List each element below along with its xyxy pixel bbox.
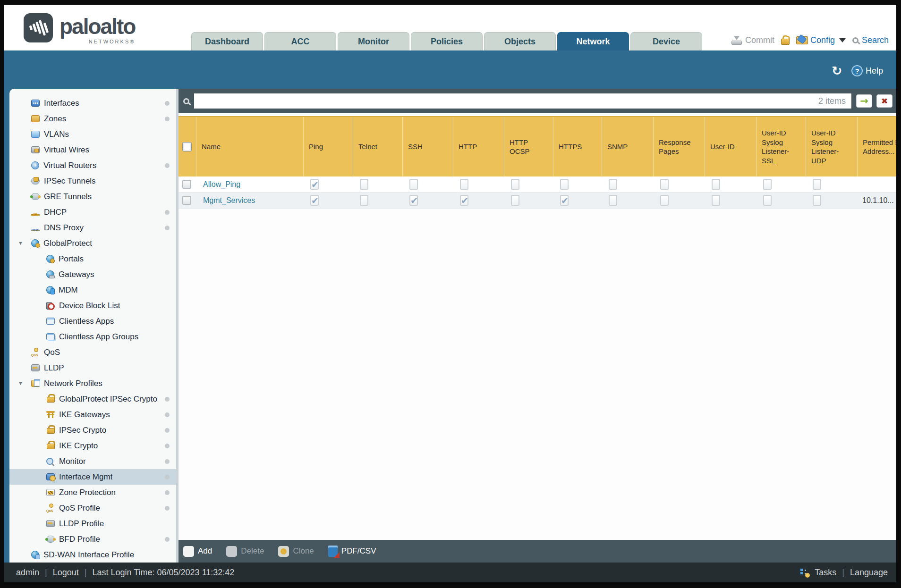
sidebar-item-globalprotect[interactable]: ▼GlobalProtect xyxy=(9,235,176,251)
http_ocsp-checkbox[interactable] xyxy=(511,179,519,190)
column-label: User-ID xyxy=(710,142,735,151)
user_id_syslog_ssl-checkbox[interactable] xyxy=(763,195,772,206)
column-header-permitted_ip[interactable]: Permitted IP Address... xyxy=(858,117,896,176)
sidebar-item-portals[interactable]: Portals xyxy=(9,251,176,267)
column-header-user_id[interactable]: User-ID xyxy=(705,117,756,176)
tab-network[interactable]: Network xyxy=(557,32,629,50)
sidebar-item-mdm[interactable]: MDM xyxy=(9,282,176,298)
user_id_syslog_udp-checkbox[interactable] xyxy=(813,179,821,190)
telnet-checkbox[interactable] xyxy=(360,179,368,190)
pdf-csv-button[interactable]: PDF/CSV xyxy=(328,546,376,557)
row-select-checkbox[interactable] xyxy=(182,196,191,205)
status-dot xyxy=(165,210,170,215)
sidebar-item-virtual-wires[interactable]: Virtual Wires xyxy=(9,142,176,158)
http_ocsp-checkbox[interactable] xyxy=(511,195,519,206)
sidebar-item-interfaces[interactable]: Interfaces xyxy=(9,95,176,111)
sidebar-item-qos[interactable]: QoS xyxy=(9,344,176,360)
ssh-checkbox[interactable] xyxy=(409,195,418,206)
sidebar-item-dhcp[interactable]: DHCP xyxy=(9,204,176,220)
clear-filter-button[interactable]: ✖ xyxy=(876,94,892,108)
sidebar-item-clientless-app-groups[interactable]: Clientless App Groups xyxy=(9,329,176,344)
http-checkbox[interactable] xyxy=(460,179,468,190)
logout-link[interactable]: Logout xyxy=(53,568,79,578)
user_id_syslog_udp-checkbox[interactable] xyxy=(813,195,821,206)
column-header-user_id_syslog_udp[interactable]: User-ID Syslog Listener-UDP xyxy=(806,117,858,176)
user_id-checkbox[interactable] xyxy=(712,179,720,190)
refresh-icon[interactable]: ↻ xyxy=(832,65,842,77)
ping-checkbox[interactable] xyxy=(310,195,319,206)
add-button[interactable]: Add xyxy=(183,546,212,557)
tab-dashboard[interactable]: Dashboard xyxy=(191,32,263,50)
sidebar-item-sd-wan-interface-profile[interactable]: SD-WAN Interface Profile xyxy=(9,547,176,563)
sidebar-item-network-profiles[interactable]: ▼Network Profiles xyxy=(9,376,176,391)
snmp-checkbox[interactable] xyxy=(609,195,617,206)
sidebar-item-lldp-profile[interactable]: LLDP Profile xyxy=(9,516,176,531)
apply-filter-button[interactable]: → xyxy=(856,94,872,108)
profile-name-link[interactable]: Mgmt_Services xyxy=(203,196,255,205)
tab-objects[interactable]: Objects xyxy=(484,32,556,50)
sidebar-item-zones[interactable]: Zones xyxy=(9,111,176,126)
expander-icon[interactable]: ▼ xyxy=(18,241,23,246)
expander-icon[interactable]: ▼ xyxy=(18,381,23,386)
row-select-checkbox[interactable] xyxy=(182,180,191,189)
column-header-user_id_syslog_ssl[interactable]: User-ID Syslog Listener-SSL xyxy=(756,117,806,176)
sidebar-item-globalprotect-ipsec-crypto[interactable]: GlobalProtect IPSec Crypto xyxy=(9,391,176,407)
tasks-button[interactable]: Tasks xyxy=(815,568,836,578)
sidebar-item-label: Virtual Wires xyxy=(44,145,89,155)
tab-policies[interactable]: Policies xyxy=(411,32,483,50)
filter-input[interactable] xyxy=(194,93,818,109)
user_id-checkbox[interactable] xyxy=(712,195,720,206)
tab-device[interactable]: Device xyxy=(630,32,702,50)
search-button[interactable]: Search xyxy=(852,35,889,45)
response_pages-checkbox[interactable] xyxy=(660,179,669,190)
sidebar-item-ipsec-tunnels[interactable]: IPSec Tunnels xyxy=(9,173,176,189)
nav-tabs: DashboardACCMonitorPoliciesObjectsNetwor… xyxy=(191,32,702,50)
column-header-http_ocsp[interactable]: HTTP OCSP xyxy=(504,117,553,176)
sidebar-item-vlans[interactable]: VLANs xyxy=(9,126,176,142)
tab-acc[interactable]: ACC xyxy=(264,32,336,50)
sidebar-item-ike-crypto[interactable]: IKE Crypto xyxy=(9,438,176,454)
telnet-checkbox[interactable] xyxy=(360,195,368,206)
config-menu-button[interactable]: Config xyxy=(796,35,846,45)
profile-name-link[interactable]: Allow_Ping xyxy=(203,180,240,189)
help-button[interactable]: ? Help xyxy=(851,65,883,76)
sidebar-item-qos-profile[interactable]: QoS Profile xyxy=(9,500,176,516)
sidebar-item-bfd-profile[interactable]: BFD Profile xyxy=(9,531,176,547)
sidebar-collapse-handle[interactable]: ◀ xyxy=(176,327,178,346)
column-header-name[interactable]: Name xyxy=(196,117,304,176)
https-checkbox[interactable] xyxy=(560,195,569,206)
select-all-checkbox[interactable] xyxy=(182,142,192,151)
sidebar-item-gre-tunnels[interactable]: GRE Tunnels xyxy=(9,189,176,204)
column-header-http[interactable]: HTTP xyxy=(453,117,504,176)
column-header-response_pages[interactable]: Response Pages xyxy=(654,117,705,176)
https-checkbox[interactable] xyxy=(560,179,569,190)
http-checkbox[interactable] xyxy=(460,195,468,206)
sidebar-item-ike-gateways[interactable]: IKE Gateways xyxy=(9,407,176,422)
column-header-ssh[interactable]: SSH xyxy=(403,117,453,176)
sidebar-item-zone-protection[interactable]: Zone Protection xyxy=(9,485,176,500)
sidebar-item-lldp[interactable]: LLDP xyxy=(9,360,176,376)
snmp-checkbox[interactable] xyxy=(609,179,617,190)
sidebar-item-device-block-list[interactable]: Device Block List xyxy=(9,298,176,313)
lock-icon[interactable] xyxy=(781,35,790,45)
sidebar-item-monitor[interactable]: Monitor xyxy=(9,454,176,469)
column-header-snmp[interactable]: SNMP xyxy=(602,117,654,176)
column-header-ping[interactable]: Ping xyxy=(304,117,353,176)
sidebar-item-interface-mgmt[interactable]: Interface Mgmt xyxy=(9,469,176,485)
sidebar-item-clientless-apps[interactable]: Clientless Apps xyxy=(9,313,176,329)
response_pages-checkbox[interactable] xyxy=(660,195,669,206)
language-button[interactable]: Language xyxy=(850,568,888,578)
sidebar-item-gateways[interactable]: Gateways xyxy=(9,267,176,282)
ssh-checkbox[interactable] xyxy=(409,179,418,190)
ping-checkbox[interactable] xyxy=(310,179,319,190)
column-header-https[interactable]: HTTPS xyxy=(553,117,602,176)
sidebar-item-virtual-routers[interactable]: Virtual Routers xyxy=(9,158,176,173)
sidebar: InterfacesZonesVLANsVirtual WiresVirtual… xyxy=(9,89,178,563)
sidebar-item-ipsec-crypto[interactable]: IPSec Crypto xyxy=(9,422,176,438)
column-header-telnet[interactable]: Telnet xyxy=(353,117,403,176)
commit-button[interactable]: Commit xyxy=(731,35,774,45)
user_id_syslog_ssl-checkbox[interactable] xyxy=(763,179,772,190)
tab-monitor[interactable]: Monitor xyxy=(338,32,409,50)
sidebar-item-dns-proxy[interactable]: DNS Proxy xyxy=(9,220,176,235)
pdf-csv-icon xyxy=(328,546,338,557)
